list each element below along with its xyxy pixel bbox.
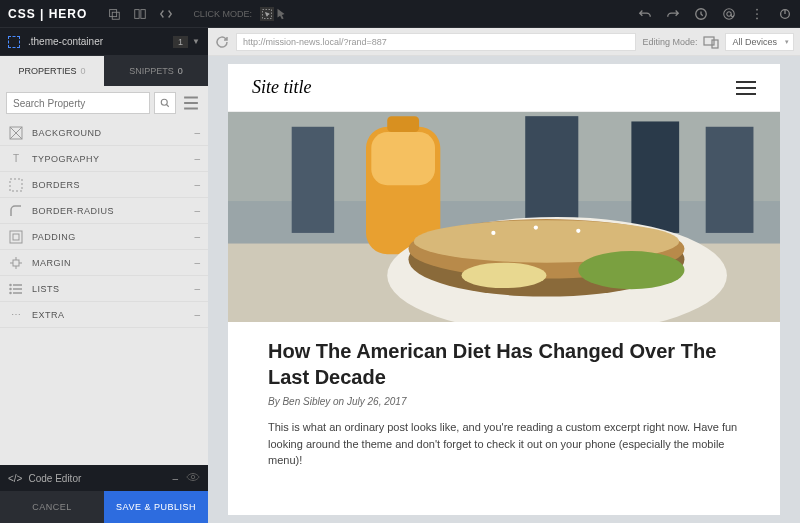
- action-row: CANCEL SAVE & PUBLISH: [0, 491, 208, 523]
- copy-icon[interactable]: [107, 7, 121, 21]
- svg-point-40: [491, 231, 495, 235]
- cancel-button[interactable]: CANCEL: [0, 491, 104, 523]
- tab-properties-label: PROPERTIES: [19, 66, 77, 76]
- svg-rect-30: [706, 127, 754, 233]
- collapse-dash: –: [194, 205, 200, 216]
- click-mode-cursor-icon[interactable]: [274, 7, 288, 21]
- selector-count-badge: 1: [173, 36, 188, 48]
- site-preview: Site title: [228, 64, 780, 515]
- sidebar: .theme-container 1 ▼ PROPERTIES 0 SNIPPE…: [0, 28, 208, 523]
- collapse-dash: –: [194, 127, 200, 138]
- svg-rect-3: [141, 9, 145, 18]
- site-header: Site title: [228, 64, 780, 112]
- selector-text: .theme-container: [28, 36, 173, 47]
- border-radius-icon: [8, 204, 24, 218]
- top-icons-left: [107, 7, 173, 21]
- svg-rect-28: [525, 116, 578, 233]
- more-icon[interactable]: [750, 7, 764, 21]
- hamburger-icon[interactable]: [736, 77, 756, 99]
- code-editor-label: Code Editor: [28, 473, 81, 484]
- svg-point-38: [578, 251, 684, 289]
- svg-point-20: [10, 292, 11, 293]
- top-icons-right: [638, 7, 792, 21]
- prop-borders[interactable]: BORDERS–: [0, 172, 208, 198]
- svg-point-7: [727, 11, 731, 15]
- margin-icon: [8, 256, 24, 270]
- top-bar: CSS | HERO CLICK MODE:: [0, 0, 800, 28]
- power-icon[interactable]: [778, 7, 792, 21]
- collapse-dash: –: [194, 231, 200, 242]
- redo-icon[interactable]: [666, 7, 680, 21]
- prop-typography[interactable]: TTYPOGRAPHY–: [0, 146, 208, 172]
- svg-point-42: [576, 229, 580, 233]
- hero-image: [228, 112, 780, 322]
- typography-icon: T: [8, 152, 24, 166]
- click-mode-label: CLICK MODE:: [193, 9, 252, 19]
- code-icon[interactable]: [159, 7, 173, 21]
- device-select[interactable]: All Devices: [725, 33, 794, 51]
- tab-snippets[interactable]: SNIPPETS 0: [104, 56, 208, 86]
- prop-border-radius[interactable]: BORDER-RADIUS–: [0, 198, 208, 224]
- selector-row[interactable]: .theme-container 1 ▼: [0, 28, 208, 56]
- svg-rect-27: [292, 127, 334, 233]
- svg-point-9: [756, 13, 758, 15]
- prop-padding[interactable]: PADDING–: [0, 224, 208, 250]
- url-bar[interactable]: http://mission-news.local/?rand=887: [236, 33, 636, 51]
- prop-lists[interactable]: LISTS–: [0, 276, 208, 302]
- svg-rect-29: [631, 121, 679, 232]
- lists-icon: [8, 282, 24, 296]
- collapse-dash: –: [194, 153, 200, 164]
- history-icon[interactable]: [694, 7, 708, 21]
- tab-properties[interactable]: PROPERTIES 0: [0, 56, 104, 86]
- at-icon[interactable]: [722, 7, 736, 21]
- save-publish-button[interactable]: SAVE & PUBLISH: [104, 491, 208, 523]
- refresh-icon[interactable]: [214, 34, 230, 50]
- search-button[interactable]: [154, 92, 176, 114]
- article-title: How The American Diet Has Changed Over T…: [268, 338, 740, 390]
- click-mode-selector-icon[interactable]: [260, 7, 274, 21]
- search-input[interactable]: [6, 92, 150, 114]
- svg-rect-15: [10, 231, 22, 243]
- svg-point-6: [724, 8, 735, 19]
- search-row: [0, 86, 208, 120]
- padding-icon: [8, 230, 24, 244]
- prop-background[interactable]: BACKGROUND–: [0, 120, 208, 146]
- eye-icon[interactable]: [186, 470, 200, 486]
- device-icon[interactable]: [703, 34, 719, 50]
- article-excerpt: This is what an ordinary post looks like…: [268, 419, 740, 469]
- svg-point-10: [756, 17, 758, 19]
- tab-snippets-count: 0: [178, 66, 183, 76]
- collapse-dash: –: [194, 179, 200, 190]
- prop-extra[interactable]: ⋯EXTRA–: [0, 302, 208, 328]
- svg-rect-23: [712, 40, 718, 48]
- prop-margin[interactable]: MARGIN–: [0, 250, 208, 276]
- site-title[interactable]: Site title: [252, 77, 311, 98]
- svg-point-39: [462, 263, 547, 288]
- article-date: July 26, 2017: [347, 396, 407, 407]
- editing-mode-label: Editing Mode:: [642, 37, 697, 47]
- collapse-dash: –: [194, 309, 200, 320]
- collapse-dash: –: [194, 283, 200, 294]
- svg-rect-32: [371, 132, 435, 185]
- article-body: How The American Diet Has Changed Over T…: [228, 322, 780, 485]
- svg-rect-16: [13, 234, 19, 240]
- article-meta: By Ben Sibley on July 26, 2017: [268, 396, 740, 407]
- undo-icon[interactable]: [638, 7, 652, 21]
- extra-icon: ⋯: [8, 308, 24, 322]
- list-menu-icon[interactable]: [180, 92, 202, 114]
- svg-rect-2: [135, 9, 139, 18]
- tab-snippets-label: SNIPPETS: [129, 66, 174, 76]
- sidebar-bottom: </> Code Editor – CANCEL SAVE & PUBLISH: [0, 465, 208, 523]
- chevron-down-icon: ▼: [192, 37, 200, 46]
- svg-point-41: [534, 225, 538, 229]
- svg-rect-33: [387, 116, 419, 132]
- code-editor-toggle[interactable]: </> Code Editor –: [0, 465, 208, 491]
- svg-rect-1: [113, 12, 120, 19]
- panel-tabs: PROPERTIES 0 SNIPPETS 0: [0, 56, 208, 86]
- svg-point-12: [161, 99, 167, 105]
- content-toolbar: http://mission-news.local/?rand=887 Edit…: [208, 28, 800, 56]
- svg-point-18: [10, 284, 11, 285]
- logo: CSS | HERO: [8, 7, 87, 21]
- columns-icon[interactable]: [133, 7, 147, 21]
- svg-rect-14: [10, 179, 22, 191]
